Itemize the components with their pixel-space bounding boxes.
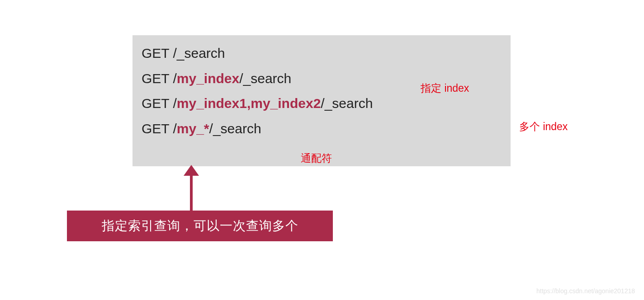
code-text: _search <box>243 71 292 86</box>
annotation-single-index: 指定 index <box>421 81 469 95</box>
code-highlight: my_index <box>177 71 239 86</box>
code-block: GET /_search GET /my_index/_search GET /… <box>133 35 511 166</box>
code-text: / <box>209 121 213 136</box>
callout-explanation: 指定索引查询，可以一次查询多个 <box>67 211 333 241</box>
annotation-wildcard: 通配符 <box>301 151 332 165</box>
code-text: _search <box>177 46 225 61</box>
code-line-1: GET /_search <box>142 41 502 66</box>
footer-watermark: https://blog.csdn.net/agonie201218 <box>536 287 635 295</box>
callout-text: 指定索引查询，可以一次查询多个 <box>102 217 298 234</box>
code-text: GET / <box>142 71 177 86</box>
code-text: _search <box>213 121 261 136</box>
annotation-multi-index: 多个 index <box>519 120 568 134</box>
code-line-4: GET /my_*/_search <box>142 116 502 141</box>
code-text: GET / <box>142 46 177 61</box>
code-text: / <box>321 96 324 111</box>
code-highlight: my_* <box>177 121 209 136</box>
code-highlight: my_index1,my_index2 <box>177 96 321 111</box>
arrow-stem-icon <box>190 171 193 214</box>
code-text: GET / <box>142 121 177 136</box>
code-text: GET / <box>142 96 177 111</box>
code-text: _search <box>325 96 373 111</box>
code-text: / <box>239 71 243 86</box>
